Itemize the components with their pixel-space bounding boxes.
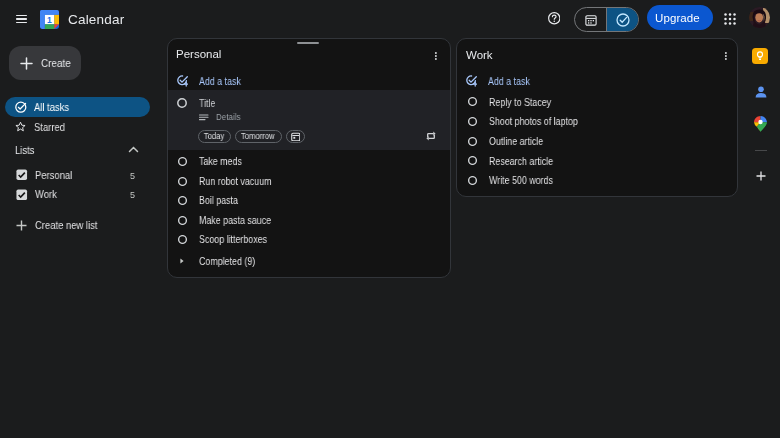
svg-text:1: 1	[47, 14, 52, 24]
